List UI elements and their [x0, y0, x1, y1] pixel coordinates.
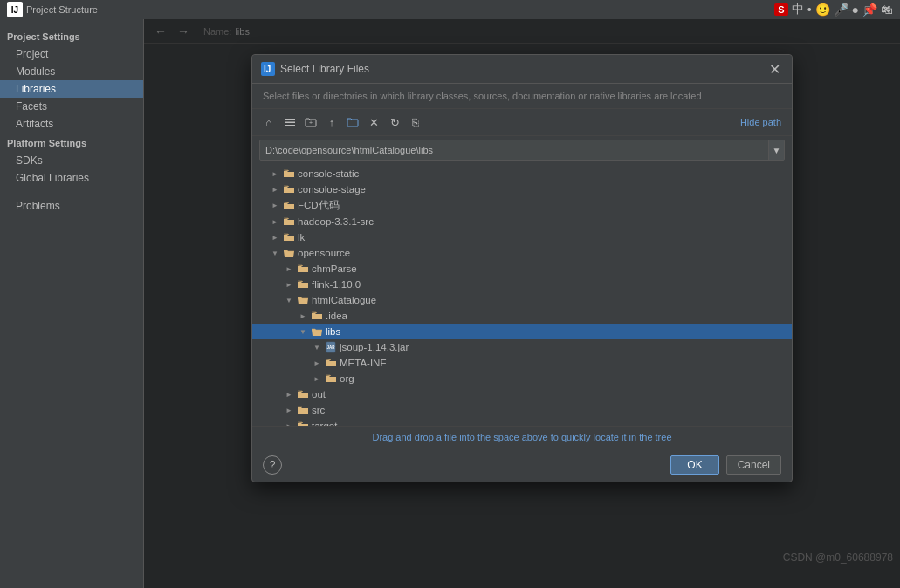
ok-button[interactable]: OK — [670, 455, 718, 475]
sidebar-item-problems[interactable]: Problems — [0, 197, 143, 215]
top-icon-1: 中 — [792, 2, 804, 17]
dialog-app-icon: IJ — [261, 62, 275, 76]
tree-item[interactable]: ▼JARjsoup-1.14.3.jar — [252, 339, 792, 355]
tree-item[interactable]: ►target — [252, 418, 792, 426]
dialog-title-left: IJ Select Library Files — [261, 62, 369, 76]
path-dropdown-button[interactable]: ▼ — [768, 140, 784, 160]
help-button[interactable]: ? — [263, 455, 282, 475]
list-button[interactable] — [280, 113, 299, 132]
svg-rect-3 — [285, 121, 295, 123]
expand-icon[interactable]: ► — [270, 184, 280, 195]
new-folder-button[interactable]: + — [301, 113, 320, 132]
folder-icon — [283, 200, 295, 212]
tree-item[interactable]: ▼opensource — [252, 245, 792, 261]
folder-icon — [297, 278, 309, 291]
tree-item[interactable]: ►FCD代码 — [252, 197, 792, 214]
home-button[interactable]: ⌂ — [259, 113, 278, 132]
csdn-logo: S — [774, 3, 787, 16]
jar-icon: JAR — [325, 341, 337, 353]
tree-item[interactable]: ▼htmlCatalogue — [252, 292, 792, 308]
tree-item[interactable]: ►chmParse — [252, 261, 792, 277]
sidebar-item-facets[interactable]: Facets — [0, 98, 143, 115]
folder-icon — [283, 215, 295, 228]
drag-hint: Drag and drop a file into the space abov… — [252, 426, 792, 448]
tree-item[interactable]: ►console-static — [252, 166, 792, 181]
dialog-subtitle: Select files or directories in which lib… — [252, 84, 792, 109]
folder-icon — [297, 404, 309, 416]
folder-create-button[interactable] — [343, 113, 362, 132]
file-tree[interactable]: ►console-static►consoloe-stage►FCD代码►had… — [252, 164, 792, 426]
expand-icon[interactable]: ▼ — [284, 295, 294, 305]
app-title: Project Structure — [26, 4, 98, 15]
hide-path-button[interactable]: Hide path — [737, 117, 785, 127]
sidebar-item-project[interactable]: Project — [0, 45, 143, 63]
dialog-toolbar: ⌂ + — [252, 109, 792, 136]
top-icon-5: 🛍 — [881, 3, 893, 17]
tree-item[interactable]: ►META-INF — [252, 355, 792, 371]
folder-icon — [297, 294, 309, 306]
expand-icon[interactable]: ▼ — [312, 342, 322, 352]
sidebar-item-libraries[interactable]: Libraries — [0, 80, 143, 98]
project-settings-header: Project Settings — [0, 26, 143, 45]
tree-item[interactable]: ►.idea — [252, 308, 792, 324]
svg-text:+: + — [309, 120, 313, 126]
tree-item[interactable]: ▼libs — [252, 324, 792, 339]
system-bar-left: IJ Project Structure — [7, 2, 98, 17]
expand-icon[interactable]: ► — [298, 311, 308, 321]
dialog-close-button[interactable]: ✕ — [766, 60, 783, 78]
folder-icon — [325, 357, 337, 369]
expand-icon[interactable]: ▼ — [270, 248, 280, 258]
refresh-button[interactable]: ↻ — [385, 113, 404, 132]
svg-rect-2 — [285, 119, 295, 120]
select-library-dialog: IJ Select Library Files ✕ Select files o… — [251, 54, 793, 482]
expand-icon[interactable]: ► — [284, 405, 294, 415]
top-icon-emoji: 🙂 — [815, 3, 830, 17]
folder-icon — [297, 263, 309, 275]
tree-item-name: console-static — [298, 168, 359, 179]
tree-item[interactable]: ►src — [252, 402, 792, 418]
csdn-top-bar: S 中 • 🙂 🎤 ● 📌 🛍 — [725, 0, 900, 19]
expand-icon[interactable]: ▼ — [298, 326, 308, 337]
folder-icon — [297, 420, 309, 426]
dialog-title-text: Select Library Files — [280, 63, 369, 75]
new-folder-icon: + — [305, 116, 317, 128]
expand-icon[interactable]: ► — [270, 216, 280, 227]
folder-icon — [283, 231, 295, 243]
copy-button[interactable]: ⎘ — [406, 113, 425, 132]
svg-rect-4 — [285, 125, 295, 126]
tree-item[interactable]: ►flink-1.10.0 — [252, 277, 792, 292]
path-bar: ▼ — [259, 140, 785, 161]
nav-up-button[interactable]: ↑ — [322, 113, 341, 132]
dialog-footer: ? OK Cancel — [252, 448, 792, 482]
tree-item-name: consoloe-stage — [298, 184, 366, 195]
expand-icon[interactable]: ► — [270, 232, 280, 243]
tree-item-name: chmParse — [312, 263, 357, 274]
sidebar-item-sdks[interactable]: SDKs — [0, 152, 143, 169]
folder-icon — [283, 168, 295, 180]
tree-item-name: lk — [298, 232, 305, 243]
expand-icon[interactable]: ► — [270, 168, 280, 179]
tree-item[interactable]: ►out — [252, 386, 792, 402]
expand-icon[interactable]: ► — [270, 201, 280, 211]
sidebar-item-artifacts[interactable]: Artifacts — [0, 115, 143, 133]
dialog-toolbar-left: ⌂ + — [259, 113, 425, 132]
tree-item[interactable]: ►consoloe-stage — [252, 181, 792, 197]
expand-icon[interactable]: ► — [312, 358, 322, 368]
expand-icon[interactable]: ► — [312, 373, 322, 384]
sidebar: Project Settings Project Modules Librari… — [0, 19, 144, 588]
tree-item[interactable]: ►hadoop-3.3.1-src — [252, 214, 792, 229]
dialog-titlebar: IJ Select Library Files ✕ — [252, 55, 792, 84]
top-icon-3: ● — [852, 3, 859, 17]
expand-icon[interactable]: ► — [284, 263, 294, 274]
sidebar-item-global-libraries[interactable]: Global Libraries — [0, 169, 143, 187]
sidebar-item-modules[interactable]: Modules — [0, 63, 143, 80]
tree-item[interactable]: ►lk — [252, 229, 792, 245]
expand-icon[interactable]: ► — [284, 279, 294, 290]
delete-button[interactable]: ✕ — [364, 113, 383, 132]
folder-icon — [297, 388, 309, 400]
expand-icon[interactable]: ► — [284, 389, 294, 400]
tree-item[interactable]: ►org — [252, 371, 792, 386]
cancel-button[interactable]: Cancel — [726, 455, 781, 475]
folder-icon — [311, 310, 323, 322]
path-input[interactable] — [260, 142, 768, 158]
